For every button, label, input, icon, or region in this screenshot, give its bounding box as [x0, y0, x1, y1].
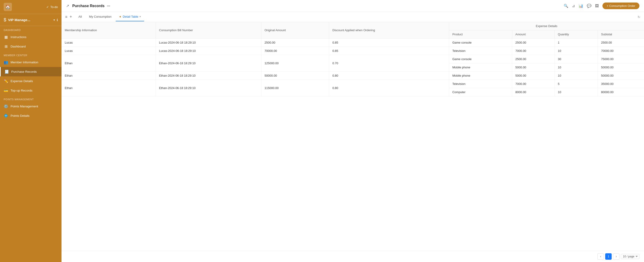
sidebar-item-label-member-information: Member Information — [10, 60, 38, 64]
cell-subtotal: 35000.00 — [598, 80, 644, 88]
sidebar-item-points-details[interactable]: 💠 Points Details — [0, 111, 62, 120]
header: ↗ Purchase Records ••• 🔍 ⊿ 📊 💬 🖼 + Consu… — [62, 0, 644, 12]
consumption-order-button[interactable]: + Consumption Order — [602, 2, 640, 9]
purchase-records-icon: 🧾 — [4, 70, 9, 74]
add-tab-icon[interactable]: + — [70, 14, 72, 19]
tab-my-consumption[interactable]: My Consumption — [86, 12, 115, 21]
cell-subtotal: 70000.00 — [598, 47, 644, 55]
search-icon[interactable]: 🔍 — [564, 4, 568, 8]
col-expense-details-group: Expense Details — [449, 22, 644, 30]
header-left: ↗ Purchase Records ••• — [66, 4, 110, 8]
cell-original-amount: 50000.00 — [261, 72, 329, 80]
tab-chevron-icon: ▾ — [140, 15, 141, 18]
page-1-button[interactable]: 1 — [605, 253, 612, 260]
brand-dollar-icon: $ — [4, 17, 6, 22]
points-management-icon: ⚙️ — [4, 104, 8, 108]
table-row: LucasLucas-2024-06-18 18:29:102500.000.8… — [62, 38, 644, 47]
cell-original-amount: 2500.00 — [261, 38, 329, 47]
brand-info-icon: ℹ — [57, 18, 58, 22]
sidebar-item-label-dashboard: Dashboard — [10, 45, 26, 48]
cell-discount: 0.85 — [329, 38, 449, 47]
table-row: EthanEthan-2024-06-18 18:29:10115000.000… — [62, 80, 644, 88]
tabs-bar: ≡ + All My Consumption ✦ Detail Table ▾ … — [62, 12, 644, 22]
cell-item-amount: 2500.00 — [512, 38, 554, 47]
page-title: Purchase Records — [72, 4, 105, 8]
brand-name: VIP Manage... — [8, 18, 52, 22]
home-button[interactable]: 🏠 — [4, 3, 12, 11]
section-label-points: Points Management — [0, 95, 62, 102]
sidebar-item-points-management[interactable]: ⚙️ Points Management — [0, 102, 62, 111]
cell-discount: 0.80 — [329, 80, 449, 96]
cell-member: Ethan — [62, 55, 156, 72]
sidebar-item-dashboard[interactable]: ⊞ Dashboard — [0, 42, 62, 51]
cell-item-amount: 5000.00 — [512, 63, 554, 72]
cell-subtotal: 50000.00 — [598, 72, 644, 80]
menu-icon[interactable]: ≡ — [65, 15, 67, 19]
cell-quantity: 10 — [554, 72, 598, 80]
tab-all[interactable]: All — [75, 12, 85, 21]
cell-product: Game console — [449, 38, 512, 47]
topup-records-icon: 💳 — [4, 88, 8, 93]
cell-bill: Ethan-2024-06-18 18:29:10 — [156, 80, 261, 96]
cell-product: Television — [449, 47, 512, 55]
cell-subtotal: 75000.00 — [598, 55, 644, 63]
cell-discount: 0.80 — [329, 72, 449, 80]
cell-quantity: 5 — [554, 80, 598, 88]
header-right: 🔍 ⊿ 📊 💬 🖼 + Consumption Order — [564, 2, 640, 9]
sidebar-item-label-points-details: Points Details — [10, 114, 30, 118]
more-options-icon[interactable]: ••• — [107, 4, 110, 8]
member-information-icon: 👥 — [4, 60, 8, 64]
back-icon[interactable]: ↗ — [66, 4, 69, 8]
sidebar-item-label-instructions: Instructions — [10, 35, 26, 39]
star-icon: ✦ — [119, 15, 122, 18]
image-icon[interactable]: 🖼 — [595, 4, 599, 8]
col-amount: Amount — [512, 30, 554, 38]
main-content: ↗ Purchase Records ••• 🔍 ⊿ 📊 💬 🖼 + Consu… — [62, 0, 644, 262]
cell-member: Ethan — [62, 80, 156, 96]
sidebar-item-topup-records[interactable]: 💳 Top-up Records — [0, 86, 62, 95]
points-details-icon: 💠 — [4, 114, 8, 118]
sidebar-top: 🏠 ✓ To-do — [0, 0, 62, 14]
section-label-member-center: Member Center — [0, 51, 62, 58]
prev-page-button[interactable]: ‹ — [598, 253, 604, 260]
sidebar-item-expense-details[interactable]: ✏️ Expense Details — [0, 76, 62, 86]
col-product: Product — [449, 30, 512, 38]
sidebar-item-purchase-records[interactable]: 🧾 Purchase Records — [0, 67, 62, 76]
cell-quantity: 30 — [554, 55, 598, 63]
cell-member: Lucas — [62, 38, 156, 47]
cell-product: Mobile phone — [449, 72, 512, 80]
refresh-icon[interactable]: ↻ — [638, 15, 640, 19]
page-size-select[interactable]: 10 / page 20 / page 50 / page — [621, 254, 640, 259]
cell-item-amount: 2500.00 — [512, 55, 554, 63]
todo-badge: ✓ To-do — [46, 5, 58, 9]
cell-item-amount: 7000.00 — [512, 47, 554, 55]
cell-discount: 0.85 — [329, 47, 449, 55]
sidebar-item-label-purchase-records: Purchase Records — [11, 70, 37, 74]
cell-product: Computer — [449, 88, 512, 96]
table-container: Membership Information Consumption Bill … — [62, 22, 644, 251]
filter-icon[interactable]: ⊿ — [572, 4, 575, 8]
tab-detail-table[interactable]: ✦ Detail Table ▾ — [116, 12, 144, 21]
col-membership-info: Membership Information — [62, 22, 156, 38]
instructions-icon: ▦ — [4, 35, 8, 39]
next-page-button[interactable]: › — [613, 253, 620, 260]
cell-subtotal: 2500.00 — [598, 38, 644, 47]
cell-member: Ethan — [62, 72, 156, 80]
tab-my-consumption-label: My Consumption — [89, 15, 112, 18]
cell-product: Mobile phone — [449, 63, 512, 72]
cell-subtotal: 50000.00 — [598, 63, 644, 72]
sidebar-item-instructions[interactable]: ▦ Instructions — [0, 32, 62, 42]
brand-section[interactable]: $ VIP Manage... ▾ ℹ — [0, 14, 62, 26]
message-icon[interactable]: 💬 — [587, 4, 592, 8]
table-row: EthanEthan-2024-06-18 18:29:10125000.000… — [62, 55, 644, 63]
purchase-records-table: Membership Information Consumption Bill … — [62, 22, 644, 96]
todo-check-icon: ✓ — [46, 5, 49, 9]
col-discount: Discount Applied when Ordering — [329, 22, 449, 38]
cell-member: Lucas — [62, 47, 156, 55]
todo-label: To-do — [50, 5, 58, 9]
section-label-dashboard: Dashboard — [0, 26, 62, 32]
sidebar-item-member-information[interactable]: 👥 Member Information — [0, 58, 62, 67]
col-bill-number: Consumption Bill Number — [156, 22, 261, 38]
chart-icon[interactable]: 📊 — [578, 4, 583, 8]
cell-quantity: 10 — [554, 88, 598, 96]
